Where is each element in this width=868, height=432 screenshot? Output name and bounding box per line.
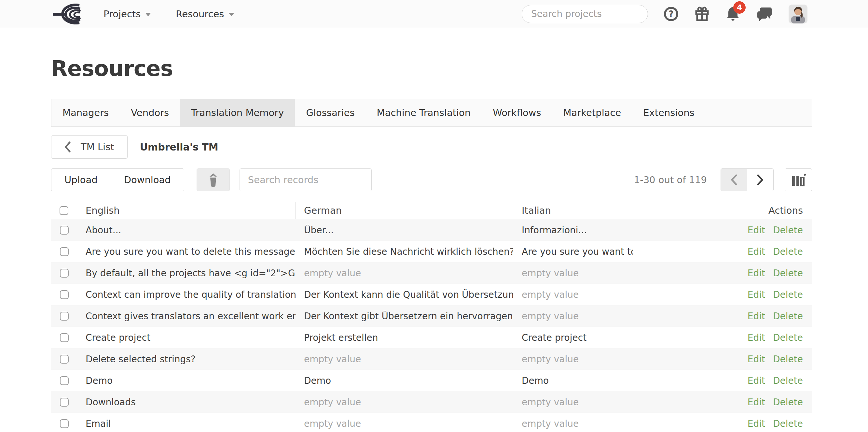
table-row: Context can improve the quality of trans…	[51, 284, 812, 305]
select-all-checkbox[interactable]	[60, 206, 68, 215]
records-search-input[interactable]	[240, 168, 372, 191]
nav-resources[interactable]: Resources	[176, 8, 234, 20]
next-page-button[interactable]	[747, 168, 774, 191]
edit-link[interactable]: Edit	[748, 289, 765, 300]
cell-actions: EditDelete	[633, 311, 812, 322]
trash-icon	[207, 173, 220, 187]
delete-records-button[interactable]	[196, 168, 230, 191]
edit-link[interactable]: Edit	[748, 225, 765, 235]
cell-german: empty value	[296, 354, 513, 365]
tab-workflows[interactable]: Workflows	[482, 99, 552, 126]
cell-actions: EditDelete	[633, 225, 812, 235]
delete-link[interactable]: Delete	[773, 268, 803, 279]
bell-icon[interactable]: 4	[725, 6, 740, 22]
row-checkbox[interactable]	[60, 333, 69, 342]
delete-link[interactable]: Delete	[773, 418, 803, 429]
tm-list-back-button[interactable]: TM List	[51, 135, 128, 159]
download-button[interactable]: Download	[111, 168, 184, 191]
chevron-down-icon	[228, 13, 234, 16]
cell-german: Projekt erstellen	[296, 332, 513, 343]
delete-link[interactable]: Delete	[773, 397, 803, 408]
nav-projects[interactable]: Projects	[103, 8, 151, 20]
row-checkbox[interactable]	[60, 355, 69, 364]
chevron-down-icon	[145, 13, 151, 16]
cell-actions: EditDelete	[633, 375, 812, 386]
tab-glossaries[interactable]: Glossaries	[295, 99, 366, 126]
edit-link[interactable]: Edit	[748, 397, 765, 408]
cell-italian: Informazioni...	[513, 225, 633, 235]
cell-german: empty value	[296, 418, 513, 429]
column-header-italian: Italian	[513, 202, 633, 219]
cell-italian: empty value	[513, 354, 633, 365]
delete-link[interactable]: Delete	[773, 354, 803, 365]
nav-resources-label: Resources	[176, 8, 224, 20]
prev-page-button[interactable]	[720, 168, 747, 191]
help-icon[interactable]: ?	[663, 6, 679, 22]
tab-translation-memory[interactable]: Translation Memory	[180, 99, 295, 126]
edit-link[interactable]: Edit	[748, 311, 765, 322]
cell-italian: empty value	[513, 311, 633, 322]
column-header-actions: Actions	[633, 202, 812, 219]
company-logo-icon[interactable]	[52, 4, 87, 24]
row-checkbox[interactable]	[60, 312, 69, 321]
breadcrumb: TM List Umbrella's TM	[51, 135, 812, 159]
cell-actions: EditDelete	[633, 246, 812, 257]
tm-records-table: English German Italian Actions About...Ü…	[51, 202, 812, 432]
delete-link[interactable]: Delete	[773, 246, 803, 257]
edit-link[interactable]: Edit	[748, 375, 765, 386]
edit-link[interactable]: Edit	[748, 354, 765, 365]
row-checkbox[interactable]	[60, 269, 69, 278]
edit-link[interactable]: Edit	[748, 268, 765, 279]
gift-icon[interactable]	[694, 6, 710, 22]
cell-german: Der Kontext kann die Qualität von Überse…	[296, 289, 513, 300]
page-title: Resources	[51, 56, 868, 81]
table-row: About...Über...Informazioni...EditDelete	[51, 219, 812, 241]
edit-link[interactable]: Edit	[748, 418, 765, 429]
row-checkbox[interactable]	[60, 398, 69, 407]
upload-button[interactable]: Upload	[51, 168, 111, 191]
delete-link[interactable]: Delete	[773, 225, 803, 235]
table-row: Emailempty valueempty valueEditDelete	[51, 413, 812, 432]
toolbar: Upload Download 1-30 out of 119	[51, 168, 812, 191]
cell-english: Are you sure you want to delete this mes…	[77, 246, 296, 257]
columns-settings-button[interactable]	[785, 168, 812, 191]
table-row: Delete selected strings?empty valueempty…	[51, 348, 812, 370]
delete-link[interactable]: Delete	[773, 311, 803, 322]
table-row: DemoDemoDemoEditDelete	[51, 370, 812, 391]
cell-italian: empty value	[513, 397, 633, 408]
cell-actions: EditDelete	[633, 397, 812, 408]
row-checkbox[interactable]	[60, 376, 69, 385]
tm-name: Umbrella's TM	[140, 141, 218, 153]
pagination	[720, 168, 774, 191]
row-checkbox[interactable]	[60, 290, 69, 299]
edit-link[interactable]: Edit	[748, 246, 765, 257]
delete-link[interactable]: Delete	[773, 375, 803, 386]
chat-icon[interactable]	[756, 6, 773, 22]
tm-list-label: TM List	[81, 141, 114, 152]
cell-german: Demo	[296, 375, 513, 386]
cell-italian: empty value	[513, 268, 633, 279]
tab-marketplace[interactable]: Marketplace	[552, 99, 632, 126]
projects-search-input[interactable]	[530, 8, 645, 20]
avatar[interactable]	[788, 5, 807, 24]
cell-actions: EditDelete	[633, 418, 812, 429]
row-checkbox[interactable]	[60, 419, 69, 428]
cell-actions: EditDelete	[633, 332, 812, 343]
row-checkbox[interactable]	[60, 226, 69, 235]
row-checkbox[interactable]	[60, 247, 69, 256]
table-header: English German Italian Actions	[51, 202, 812, 219]
cell-english: Create project	[77, 332, 296, 343]
table-row: By default, all the projects have <g id=…	[51, 262, 812, 284]
cell-english: By default, all the projects have <g id=…	[77, 268, 296, 279]
delete-link[interactable]: Delete	[773, 289, 803, 300]
tab-machine-translation[interactable]: Machine Translation	[366, 99, 482, 126]
tab-extensions[interactable]: Extensions	[632, 99, 705, 126]
tab-managers[interactable]: Managers	[52, 99, 120, 126]
table-row: Are you sure you want to delete this mes…	[51, 241, 812, 262]
edit-link[interactable]: Edit	[748, 332, 765, 343]
top-bar: Projects Resources ? 4	[0, 0, 868, 28]
projects-search	[522, 5, 648, 23]
tab-vendors[interactable]: Vendors	[120, 99, 180, 126]
delete-link[interactable]: Delete	[773, 332, 803, 343]
notifications-badge: 4	[733, 1, 746, 14]
